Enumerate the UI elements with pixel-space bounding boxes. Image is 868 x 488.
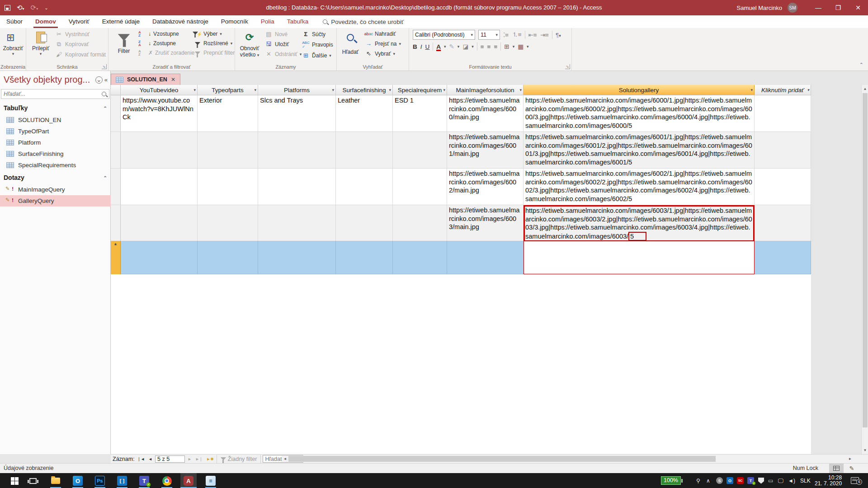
design-view-button[interactable]: ✎	[844, 464, 859, 473]
tell-me-search[interactable]: Povedzte, čo chcete urobiť	[323, 19, 403, 25]
sort-descending-button[interactable]: ZA↓ Zostupne	[138, 40, 194, 47]
avatar[interactable]: SM	[788, 3, 797, 13]
column-header-mainimageforsolution[interactable]: MainImageforsolution▾	[447, 85, 524, 95]
datasheet-view-button[interactable]	[829, 464, 844, 473]
decrease-indent-icon[interactable]: ⇤≡	[528, 31, 537, 38]
column-dropdown-icon[interactable]: ▾	[807, 88, 809, 92]
align-center-icon[interactable]: ≡	[487, 43, 491, 50]
vertical-scroll-thumb[interactable]	[863, 93, 868, 427]
clear-sort-button[interactable]: AZ✗ Zrušiť zoradenie	[138, 50, 194, 56]
cell-typeofparts[interactable]	[198, 205, 258, 242]
new-record-selector[interactable]: *	[111, 241, 121, 274]
record-selector[interactable]	[111, 95, 121, 132]
numbering-icon[interactable]: ⒈≡	[512, 31, 521, 39]
photoshop-button[interactable]: Ps	[94, 475, 106, 487]
access-button[interactable]: A	[183, 475, 194, 487]
nav-item-typeofpart[interactable]: TypeOfPart	[0, 126, 111, 137]
first-record-icon[interactable]: ❘◄	[137, 457, 146, 461]
column-dropdown-icon[interactable]: ▾	[389, 88, 391, 92]
task-view-button[interactable]	[27, 475, 39, 487]
column-header-youtubevideo[interactable]: YouTubevideo▾	[121, 85, 198, 95]
highlight-button[interactable]: ✎	[449, 43, 454, 50]
cell-specialrequirements[interactable]	[393, 169, 447, 205]
skype-icon[interactable]: S	[716, 473, 723, 488]
volume-icon[interactable]: ◄)	[788, 473, 798, 488]
scroll-right-icon[interactable]: ►	[847, 457, 854, 461]
collapse-ribbon-icon[interactable]: ⌃	[859, 62, 863, 68]
next-record-icon[interactable]: ►	[187, 457, 193, 461]
battery-percentage[interactable]: 100%	[661, 473, 683, 488]
goto-button[interactable]: →Prejsť na ▾	[365, 40, 401, 47]
tab-fields[interactable]: Polia	[255, 15, 281, 28]
replace-button[interactable]: abacNahradiť	[365, 31, 401, 37]
fill-color-button[interactable]: ◪	[462, 43, 468, 50]
more-button[interactable]: ⊞Ďalšie ▾	[302, 52, 333, 59]
cell-add-column[interactable]	[755, 205, 811, 242]
save-record-button[interactable]: 🖫Uložiť	[265, 41, 302, 47]
spelling-button[interactable]: ABC✓Pravopis	[302, 41, 333, 49]
language-indicator[interactable]: SLK	[800, 473, 811, 488]
font-color-button[interactable]: A	[436, 43, 441, 50]
new-record-button[interactable]: ▤Nové	[265, 31, 302, 38]
cell-mainimage[interactable]: https://etiweb.samuelmarcinko.com/images…	[447, 95, 524, 132]
cell-mainimage[interactable]: https://etiweb.samuelmarcinko.com/images…	[447, 205, 524, 242]
cell-surfacefinishing[interactable]	[336, 132, 393, 169]
copy-button[interactable]: ⧉Kopírovať	[55, 41, 106, 48]
nav-item-platform[interactable]: Platform	[0, 137, 111, 148]
horizontal-scroll-thumb[interactable]	[288, 456, 716, 462]
record-selector[interactable]	[111, 205, 121, 242]
tab-help[interactable]: Pomocník	[215, 15, 255, 28]
toggle-filter-button[interactable]: Prepnúť filter	[193, 50, 235, 56]
cell-platforms[interactable]	[258, 205, 336, 242]
cell-youtubevideo[interactable]	[121, 205, 198, 242]
cell-platforms[interactable]	[258, 169, 336, 205]
font-name-combo[interactable]: Calibri (Podrobnosti)▾	[413, 30, 475, 40]
new-blank-record-icon[interactable]: ►✱	[205, 457, 214, 461]
document-tab-solution-en[interactable]: SOLUTION_EN ✕	[111, 74, 180, 85]
tab-create[interactable]: Vytvoriť	[62, 15, 96, 28]
power-plug-icon[interactable]: ⚲	[696, 473, 706, 488]
file-explorer-button[interactable]	[50, 475, 61, 487]
advanced-filter-button[interactable]: Rozšírené ▾	[193, 40, 235, 47]
no-filter-button[interactable]: Žiadny filter	[217, 455, 261, 463]
cell-specialrequirements[interactable]	[393, 241, 447, 274]
cell-gallery[interactable]: https://etiweb.samuelmarcinko.com/images…	[524, 169, 755, 205]
scroll-up-icon[interactable]: ▲	[862, 87, 868, 91]
shutter-close-icon[interactable]: «	[104, 76, 108, 83]
scroll-left-icon[interactable]: ◄	[282, 457, 288, 461]
sort-ascending-button[interactable]: AZ↓ Vzostupne	[138, 31, 194, 37]
nav-item-mainimagequery[interactable]: MainImageQuery	[0, 184, 111, 195]
delete-record-button[interactable]: ✕Odstrániť ▾	[265, 51, 302, 57]
tab-table[interactable]: Tabuľka	[281, 15, 315, 28]
align-left-icon[interactable]: ≡	[481, 43, 484, 50]
totals-button[interactable]: ΣSúčty	[302, 31, 333, 38]
clock[interactable]: 10:2821. 7. 2020	[815, 473, 842, 488]
cell-youtubevideo[interactable]: https://www.youtube.com/watch?v=8KhJUWlN…	[121, 95, 198, 132]
cell-gallery[interactable]: https://etiweb.samuelmarcinko.com/images…	[524, 95, 755, 132]
cell-mainimage[interactable]: https://etiweb.samuelmarcinko.com/images…	[447, 169, 524, 205]
cell-platforms[interactable]	[258, 241, 336, 274]
column-header-surfacefinishing[interactable]: Surfacefinishing▾	[336, 85, 393, 95]
column-header-add-column[interactable]: Kliknutím pridať▾	[755, 85, 811, 95]
column-dropdown-icon[interactable]: ▾	[443, 88, 445, 92]
align-right-icon[interactable]: ≡	[494, 43, 497, 50]
teams-tray-icon[interactable]: T✓	[747, 473, 754, 488]
format-painter-button[interactable]: 🖌Kopírovať formát	[55, 51, 106, 58]
record-selector[interactable]	[111, 132, 121, 169]
cell-youtubevideo[interactable]	[121, 169, 198, 205]
column-dropdown-icon[interactable]: ▾	[332, 88, 334, 92]
select-all-cell[interactable]	[111, 85, 121, 95]
nav-item-galleryquery[interactable]: GalleryQuery	[0, 195, 111, 206]
outlook-button[interactable]: O	[72, 475, 84, 487]
cell-gallery[interactable]: https://etiweb.samuelmarcinko.com/images…	[524, 132, 755, 169]
battery-icon[interactable]: ▭	[768, 473, 778, 488]
cell-platforms[interactable]	[258, 132, 336, 169]
notification-center-button[interactable]: 6	[851, 473, 859, 488]
cell-typeofparts[interactable]	[198, 241, 258, 274]
network-icon[interactable]: 🖵	[778, 473, 788, 488]
tab-file[interactable]: Súbor	[0, 15, 29, 28]
cell-surfacefinishing[interactable]	[336, 241, 393, 274]
last-record-icon[interactable]: ►❘	[194, 457, 203, 461]
start-button[interactable]	[9, 475, 20, 487]
previous-record-icon[interactable]: ◄	[147, 457, 153, 461]
